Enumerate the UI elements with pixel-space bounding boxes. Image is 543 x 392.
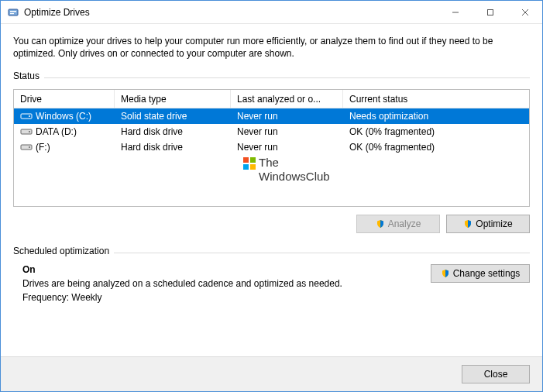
table-row[interactable]: (F:)Hard disk driveNever runOK (0% fragm… (14, 139, 529, 155)
close-window-button[interactable] (507, 1, 542, 23)
table-row[interactable]: Windows (C:)Solid state driveNever runNe… (14, 108, 529, 124)
watermark: The WindowsClub (243, 156, 330, 184)
optimize-label: Optimize (476, 218, 512, 229)
column-header-media[interactable]: Media type (115, 90, 231, 108)
scheduled-label: Scheduled optimization (13, 246, 109, 256)
intro-text: You can optimize your drives to help you… (13, 35, 530, 60)
svg-point-12 (29, 146, 30, 148)
drive-status: Needs optimization (343, 111, 529, 122)
shield-icon (376, 219, 385, 229)
analyze-label: Analyze (388, 218, 421, 229)
change-settings-button[interactable]: Change settings (431, 264, 530, 283)
status-group: Status (13, 70, 530, 84)
close-label: Close (484, 369, 508, 380)
divider (114, 253, 530, 253)
svg-rect-4 (487, 9, 493, 15)
shield-icon (441, 269, 450, 278)
app-icon (7, 6, 19, 19)
titlebar: Optimize Drives (1, 1, 542, 24)
svg-rect-1 (10, 11, 16, 12)
svg-rect-15 (243, 164, 249, 170)
drive-icon (20, 143, 33, 152)
svg-rect-13 (243, 157, 249, 163)
scheduled-group: Scheduled optimization On Drives are bei… (13, 246, 530, 306)
svg-rect-16 (250, 164, 256, 170)
window-title: Optimize Drives (24, 7, 438, 18)
drive-name: DATA (D:) (36, 126, 77, 137)
drive-icon (20, 112, 33, 121)
shield-icon (463, 219, 473, 229)
watermark-line1: The (259, 156, 279, 169)
drive-status: OK (0% fragmented) (343, 142, 529, 153)
maximize-button[interactable] (473, 1, 507, 23)
close-button[interactable]: Close (462, 365, 530, 383)
analyze-button[interactable]: Analyze (356, 215, 440, 233)
drive-icon (20, 127, 33, 136)
footer-bar: Close (1, 356, 542, 391)
drive-media: Hard disk drive (115, 126, 231, 137)
action-buttons: Analyze Optimize (13, 215, 530, 233)
drive-media: Hard disk drive (115, 142, 231, 153)
optimize-button[interactable]: Optimize (446, 215, 530, 233)
svg-point-8 (29, 115, 30, 117)
scheduled-desc: Drives are being analyzed on a scheduled… (22, 278, 421, 289)
column-header-drive[interactable]: Drive (14, 90, 115, 108)
svg-rect-14 (250, 157, 256, 163)
minimize-button[interactable] (438, 1, 473, 23)
table-row[interactable]: DATA (D:)Hard disk driveNever runOK (0% … (14, 124, 529, 139)
svg-rect-2 (10, 13, 14, 14)
column-header-last[interactable]: Last analyzed or o... (231, 90, 343, 108)
drive-name: Windows (C:) (36, 111, 91, 122)
drive-last: Never run (231, 142, 343, 153)
scheduled-freq: Frequency: Weekly (22, 292, 421, 303)
drive-status: OK (0% fragmented) (343, 126, 529, 137)
content-area: You can optimize your drives to help you… (1, 24, 542, 356)
drive-last: Never run (231, 126, 343, 137)
drive-list[interactable]: Drive Media type Last analyzed or o... C… (13, 89, 530, 207)
scheduled-state: On (22, 264, 421, 275)
divider (44, 77, 530, 78)
svg-rect-0 (9, 9, 18, 15)
svg-point-10 (29, 131, 30, 132)
drive-name: (F:) (36, 142, 50, 153)
drive-media: Solid state drive (115, 111, 231, 122)
column-header-status[interactable]: Current status (343, 90, 529, 108)
drive-list-header: Drive Media type Last analyzed or o... C… (14, 90, 529, 108)
change-settings-label: Change settings (453, 268, 521, 279)
drive-last: Never run (231, 111, 343, 122)
watermark-line2: WindowsClub (259, 170, 330, 183)
status-label: Status (13, 70, 40, 81)
